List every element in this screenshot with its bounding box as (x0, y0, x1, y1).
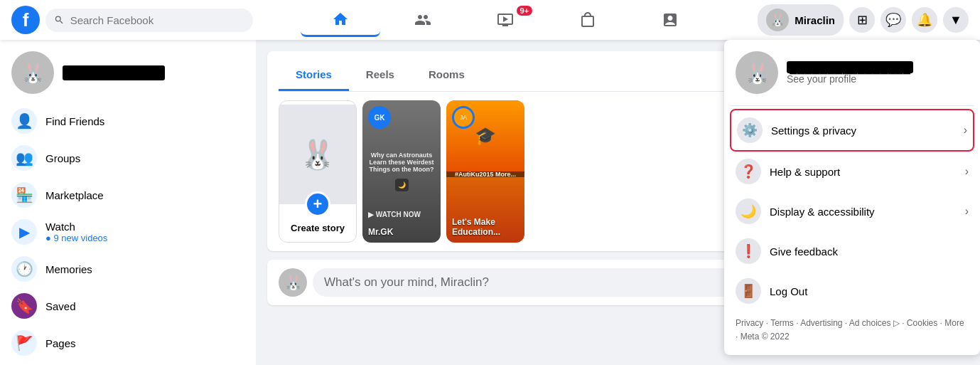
user-avatar: 🐰 (766, 9, 789, 31)
home-nav-button[interactable] (301, 3, 380, 37)
grid-menu-button[interactable]: ⊞ (849, 7, 875, 33)
groups-icon: 👥 (11, 145, 37, 171)
top-navigation: f 9+ 🐰 Miraclin ⊞ 💬 🔔 ▼ (0, 0, 980, 40)
story-education[interactable]: 🎓 #AutiKu2015 More... JA Let's Make Educ… (446, 100, 524, 243)
messenger-button[interactable]: 💬 (881, 7, 906, 33)
topnav-center: 9+ (253, 3, 758, 37)
user-chip[interactable]: 🐰 Miraclin (758, 4, 844, 36)
sidebar-watch-info: Watch ● 9 new videos (45, 221, 107, 243)
story-watch-now-label: ▶ WATCH NOW (368, 211, 435, 218)
settings-chevron-icon: › (964, 124, 967, 137)
marketplace-icon: 🏪 (11, 182, 37, 208)
tab-reels[interactable]: Reels (349, 60, 411, 91)
sidebar: 🐰 ████████████ 👤 Find Friends 👥 Groups 🏪… (0, 40, 256, 365)
sidebar-user-avatar: 🐰 (11, 51, 54, 94)
sidebar-user-name: ████████████ (63, 65, 165, 80)
dropdown-profile-name: ████████████████ (787, 61, 913, 73)
sidebar-item-saved[interactable]: 🔖 Saved (6, 287, 250, 324)
feedback-label: Give feedback (770, 245, 969, 258)
create-story-card[interactable]: 🐰 + Create story (279, 100, 357, 243)
user-name: Miraclin (795, 14, 835, 26)
watch-nav-button[interactable]: 9+ (465, 3, 545, 37)
saved-icon: 🔖 (11, 293, 37, 319)
display-label: Display & accessibility (770, 206, 957, 218)
watch-sub-label: ● 9 new videos (45, 233, 107, 243)
dropdown-profile-sub: See your profile (787, 73, 913, 85)
search-input[interactable] (70, 14, 244, 26)
feedback-icon: ❗ (736, 238, 761, 264)
dropdown-item-settings[interactable]: ⚙️ Settings & privacy › (730, 109, 974, 152)
search-icon (54, 14, 65, 26)
display-chevron-icon: › (965, 205, 969, 218)
notifications-button[interactable]: 🔔 (912, 7, 937, 33)
sidebar-item-label: Marketplace (45, 189, 104, 201)
sidebar-item-pages[interactable]: 🚩 Pages (6, 324, 250, 361)
sidebar-item-marketplace[interactable]: 🏪 Marketplace (6, 176, 250, 213)
dropdown-user-avatar: 🐰 (736, 51, 778, 94)
watch-icon: ▶ (11, 219, 37, 245)
account-dropdown-button[interactable]: ▼ (943, 7, 969, 33)
pages-icon: 🚩 (11, 330, 37, 356)
create-story-image: 🐰 (279, 105, 356, 204)
dropdown-profile-info: ████████████████ See your profile (787, 61, 913, 85)
dropdown-divider (730, 105, 974, 106)
settings-label: Settings & privacy (771, 125, 955, 137)
dropdown-item-display[interactable]: 🌙 Display & accessibility › (730, 191, 974, 231)
create-story-label: Create story (291, 223, 345, 233)
pages-nav-button[interactable] (630, 3, 710, 37)
story-mrgk-label: Mr.GK (368, 227, 435, 237)
dropdown-item-logout[interactable]: 🚪 Log Out (730, 271, 974, 311)
sidebar-item-find-friends[interactable]: 👤 Find Friends (6, 102, 250, 139)
post-user-avatar: 🐰 (279, 268, 307, 297)
tab-stories[interactable]: Stories (279, 60, 349, 91)
sidebar-item-watch[interactable]: ▶ Watch ● 9 new videos (6, 213, 250, 250)
search-bar[interactable] (45, 9, 253, 32)
settings-icon: ⚙️ (737, 117, 763, 143)
logout-label: Log Out (770, 285, 969, 297)
friends-nav-button[interactable] (383, 3, 463, 37)
dropdown-item-feedback[interactable]: ❗ Give feedback (730, 231, 974, 271)
dropdown-footer: Privacy · Terms · Advertising · Ad choic… (730, 311, 974, 349)
watch-label: Watch (45, 221, 107, 233)
topnav-right: 🐰 Miraclin ⊞ 💬 🔔 ▼ (758, 4, 969, 36)
dropdown-profile-item[interactable]: 🐰 ████████████████ See your profile (730, 46, 974, 100)
watch-badge: 9+ (517, 6, 533, 16)
logout-icon: 🚪 (736, 278, 761, 304)
marketplace-nav-button[interactable] (548, 3, 628, 37)
topnav-left: f (11, 6, 253, 34)
memories-icon: 🕐 (11, 256, 37, 282)
find-friends-icon: 👤 (11, 108, 37, 134)
sidebar-item-label: Memories (45, 263, 92, 275)
sidebar-item-memories[interactable]: 🕐 Memories (6, 250, 250, 287)
account-dropdown: 🐰 ████████████████ See your profile ⚙️ S… (724, 40, 980, 355)
sidebar-user-profile[interactable]: 🐰 ████████████ (6, 46, 250, 100)
story-education-label: Let's Make Education... (452, 217, 519, 237)
sidebar-item-groups[interactable]: 👥 Groups (6, 139, 250, 176)
tab-rooms[interactable]: Rooms (411, 60, 482, 91)
dropdown-item-help[interactable]: ❓ Help & support › (730, 152, 974, 191)
sidebar-item-label: Find Friends (45, 115, 104, 127)
story-education-avatar: JA (452, 106, 475, 129)
help-icon: ❓ (736, 159, 761, 184)
help-label: Help & support (770, 166, 957, 178)
sidebar-item-label: Saved (45, 300, 76, 312)
story-mrgk[interactable]: Why can Astronauts Learn these Weirdest … (362, 100, 441, 243)
facebook-logo[interactable]: f (11, 6, 40, 34)
story-mrgk-avatar: GK (368, 106, 391, 129)
help-chevron-icon: › (965, 165, 969, 178)
display-icon: 🌙 (736, 199, 761, 224)
create-story-plus-icon: + (305, 191, 330, 217)
sidebar-item-label: Pages (45, 337, 76, 349)
sidebar-item-label: Groups (45, 152, 80, 164)
